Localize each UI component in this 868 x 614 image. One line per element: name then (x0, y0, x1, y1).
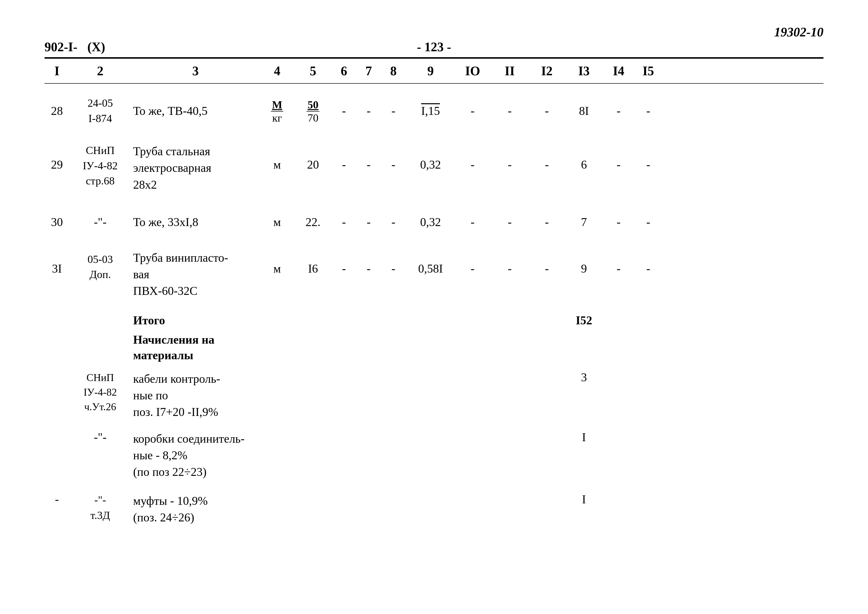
cell-31-1: 3I (45, 249, 69, 275)
note-1-ref: СНиПIУ-4-82ч.Ут.26 (69, 370, 131, 414)
note-3-col1: - (45, 493, 69, 506)
cell-29-10: - (455, 143, 490, 171)
column-headers: I 2 3 4 5 6 7 8 9 IO II I2 I3 I4 I5 (45, 58, 823, 84)
cell-31-10: - (455, 249, 490, 275)
note-3-val: I (564, 493, 604, 506)
cell-28-2: 24-05I-874 (69, 96, 131, 126)
note-1-val: 3 (564, 370, 604, 384)
nacisleniya-label: Начисления наматериалы (131, 332, 260, 363)
cell-29-14: - (604, 143, 634, 171)
cell-30-13: 7 (564, 215, 604, 229)
col-header-12: I2 (530, 64, 564, 78)
itogo-label: Итого (131, 314, 260, 327)
cell-28-14: - (604, 104, 634, 118)
cell-29-3: Труба стальнаяэлектросварная28х2 (131, 143, 260, 193)
doc-code: 902-I- (45, 40, 78, 54)
cell-30-5: 22. (294, 215, 332, 229)
cell-28-6: - (332, 104, 356, 118)
cell-30-12: - (530, 215, 564, 229)
col-header-13: I3 (564, 64, 604, 78)
cell-31-9: 0,58I (406, 249, 455, 275)
cell-30-1: 30 (45, 215, 69, 229)
cell-28-1: 28 (45, 104, 69, 118)
page-number: - 123 - (417, 40, 451, 54)
cell-31-3: Труба винипласто-ваяПВХ-60-32С (131, 249, 260, 299)
cell-29-9: 0,32 (406, 143, 455, 171)
cell-30-7: - (356, 215, 381, 229)
col-header-5: 5 (294, 64, 332, 78)
doc-number-top: 19302-10 (774, 25, 823, 39)
cell-30-10: - (455, 215, 490, 229)
note-row-3: - -"-т.3Д муфты - 10,9%(поз. 24÷26) I (45, 493, 823, 525)
cell-30-2: -"- (69, 215, 131, 229)
cell-31-6: - (332, 249, 356, 275)
note-3-text: муфты - 10,9%(поз. 24÷26) (131, 493, 260, 525)
note-2-text: коробки соединитель-ные - 8,2%(по поз 22… (131, 430, 260, 480)
cell-30-4: м (260, 215, 294, 229)
col-header-15: I5 (634, 64, 663, 78)
cell-28-13: 8I (564, 104, 604, 118)
cell-29-7: - (356, 143, 381, 171)
cell-28-12: - (530, 104, 564, 118)
note-row-1: СНиПIУ-4-82ч.Ут.26 кабели контроль-ные п… (45, 370, 823, 420)
col-header-3: 3 (131, 64, 260, 78)
note-2-val: I (564, 430, 604, 444)
table-row: 30 -"- То же, 33хI,8 м 22. - - - 0,32 - … (45, 207, 823, 237)
cell-31-4: м (260, 249, 294, 275)
nacisleniya-row: Начисления наматериалы (45, 332, 823, 363)
col-header-9: 9 (406, 64, 455, 78)
col-header-6: 6 (332, 64, 356, 78)
cell-29-15: - (634, 143, 663, 171)
cell-31-14: - (604, 249, 634, 275)
cell-28-8: - (381, 104, 406, 118)
note-row-2: -"- коробки соединитель-ные - 8,2%(по по… (45, 430, 823, 480)
cell-29-13: 6 (564, 143, 604, 171)
col-header-8: 8 (381, 64, 406, 78)
col-header-7: 7 (356, 64, 381, 78)
cell-28-5: 50 70 (294, 98, 332, 124)
cell-30-15: - (634, 215, 663, 229)
cell-28-7: - (356, 104, 381, 118)
cell-31-11: - (490, 249, 530, 275)
col-header-11: II (490, 64, 530, 78)
col-header-1: I (45, 64, 69, 78)
cell-29-2: СНиПIУ-4-82стр.68 (69, 143, 131, 189)
cell-29-8: - (381, 143, 406, 171)
cell-29-1: 29 (45, 143, 69, 171)
cell-31-15: - (634, 249, 663, 275)
note-1-text: кабели контроль-ные попоз. I7+20 -II,9% (131, 370, 260, 420)
table-row: 29 СНиПIУ-4-82стр.68 Труба стальнаяэлект… (45, 140, 823, 197)
cell-31-8: - (381, 249, 406, 275)
cell-29-12: - (530, 143, 564, 171)
cell-30-9: 0,32 (406, 215, 455, 229)
cell-29-6: - (332, 143, 356, 171)
cell-30-14: - (604, 215, 634, 229)
cell-30-3: То же, 33хI,8 (131, 215, 260, 229)
cell-31-12: - (530, 249, 564, 275)
note-2-ref: -"- (69, 430, 131, 444)
cell-31-7: - (356, 249, 381, 275)
col-header-2: 2 (69, 64, 131, 78)
cell-30-11: - (490, 215, 530, 229)
page: 19302-10 902-I- (X) - 123 - I 2 3 4 5 6 … (0, 0, 868, 614)
note-3-ref: -"-т.3Д (69, 493, 131, 523)
cell-28-10: - (455, 104, 490, 118)
col-header-10: IO (455, 64, 490, 78)
cell-28-9: I,15 (406, 104, 455, 118)
cell-31-2: 05-03Доп. (69, 249, 131, 282)
table-row: 28 24-05I-874 То же, ТВ-40,5 М кг 50 70 … (45, 91, 823, 131)
doc-suffix: (X) (87, 40, 105, 54)
itogo-value: I52 (564, 314, 604, 327)
cell-31-13: 9 (564, 249, 604, 275)
cell-31-5: I6 (294, 249, 332, 275)
cell-29-5: 20 (294, 143, 332, 171)
cell-30-8: - (381, 215, 406, 229)
cell-28-4: М кг (260, 98, 294, 124)
col-header-4: 4 (260, 64, 294, 78)
col-header-14: I4 (604, 64, 634, 78)
cell-30-6: - (332, 215, 356, 229)
cell-29-4: м (260, 143, 294, 171)
cell-29-11: - (490, 143, 530, 171)
itogo-row: Итого I52 (45, 314, 823, 327)
cell-28-15: - (634, 104, 663, 118)
